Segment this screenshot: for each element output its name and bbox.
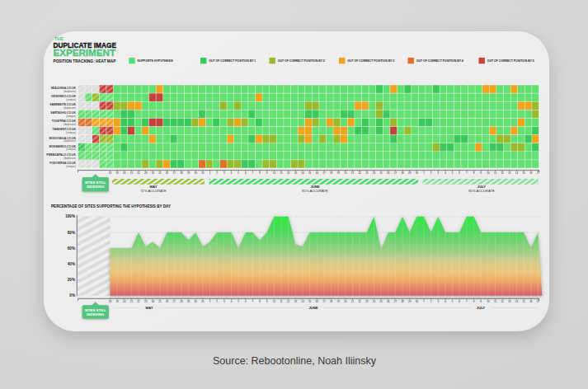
svg-text:80%: 80% bbox=[68, 231, 75, 235]
svg-text:14: 14 bbox=[515, 300, 519, 303]
svg-text:23: 23 bbox=[365, 300, 369, 303]
svg-text:14: 14 bbox=[301, 300, 304, 303]
svg-text:10: 10 bbox=[273, 300, 276, 303]
svg-text:28: 28 bbox=[180, 171, 183, 175]
svg-text:0%: 0% bbox=[69, 293, 75, 298]
svg-text:72% ACCURATE: 72% ACCURATE bbox=[140, 189, 167, 193]
svg-text:28: 28 bbox=[180, 300, 183, 303]
svg-text:20%: 20% bbox=[68, 278, 75, 282]
svg-text:10: 10 bbox=[487, 300, 490, 303]
svg-text:(duplicate): (duplicate) bbox=[64, 106, 76, 110]
svg-text:24: 24 bbox=[373, 300, 376, 303]
svg-text:19: 19 bbox=[337, 171, 341, 175]
svg-text:Source: Rebootonline, Noah Ili: Source: Rebootonline, Noah Iliinsky bbox=[213, 354, 376, 367]
svg-text:23: 23 bbox=[144, 300, 148, 303]
svg-text:24: 24 bbox=[152, 300, 155, 303]
svg-text:JULY: JULY bbox=[477, 306, 486, 310]
svg-text:27: 27 bbox=[173, 300, 176, 303]
svg-text:22: 22 bbox=[137, 171, 140, 175]
svg-text:24: 24 bbox=[373, 171, 376, 175]
svg-text:13: 13 bbox=[508, 300, 511, 303]
svg-text:27: 27 bbox=[394, 171, 397, 175]
svg-text:16: 16 bbox=[316, 171, 319, 175]
svg-text:40%: 40% bbox=[68, 262, 75, 266]
svg-text:29: 29 bbox=[187, 171, 191, 175]
svg-text:SUPPORTS HYPOTHESIS: SUPPORTS HYPOTHESIS bbox=[138, 59, 174, 63]
svg-text:60%: 60% bbox=[68, 246, 75, 251]
svg-text:PERCENTAGE OF SITES SUPPORTING: PERCENTAGE OF SITES SUPPORTING THE HYPOT… bbox=[51, 204, 171, 209]
svg-text:27: 27 bbox=[394, 300, 397, 303]
svg-text:10: 10 bbox=[273, 171, 276, 175]
svg-text:18: 18 bbox=[109, 300, 112, 303]
svg-text:15: 15 bbox=[308, 300, 312, 303]
svg-text:26: 26 bbox=[387, 171, 390, 175]
svg-text:12: 12 bbox=[287, 171, 290, 175]
svg-text:17: 17 bbox=[322, 300, 326, 303]
svg-text:20: 20 bbox=[344, 171, 347, 175]
svg-text:30: 30 bbox=[195, 171, 198, 175]
svg-text:OUT OF CORRECT POSITION BY 5: OUT OF CORRECT POSITION BY 5 bbox=[487, 59, 534, 63]
svg-text:(duplicate): (duplicate) bbox=[64, 139, 76, 143]
svg-text:25: 25 bbox=[158, 171, 162, 175]
svg-text:21: 21 bbox=[351, 171, 355, 175]
svg-text:23: 23 bbox=[365, 171, 369, 175]
svg-text:EXPERIMENT: EXPERIMENT bbox=[54, 48, 116, 58]
svg-text:SITES STILL: SITES STILL bbox=[85, 180, 106, 185]
svg-text:OUT OF CORRECT POSITION BY 2: OUT OF CORRECT POSITION BY 2 bbox=[278, 59, 325, 63]
svg-text:29: 29 bbox=[408, 171, 412, 175]
svg-text:17: 17 bbox=[322, 171, 326, 175]
svg-text:20: 20 bbox=[123, 300, 126, 303]
svg-text:22: 22 bbox=[358, 300, 361, 303]
svg-text:19: 19 bbox=[115, 300, 119, 303]
svg-text:21: 21 bbox=[351, 300, 355, 303]
svg-text:19: 19 bbox=[115, 171, 119, 175]
svg-text:20: 20 bbox=[344, 300, 347, 303]
svg-text:15: 15 bbox=[308, 171, 312, 175]
svg-text:19: 19 bbox=[337, 300, 341, 303]
svg-text:OUT OF CORRECT POSITION BY 4: OUT OF CORRECT POSITION BY 4 bbox=[416, 59, 464, 63]
svg-text:13: 13 bbox=[294, 171, 298, 175]
svg-text:26: 26 bbox=[387, 300, 390, 303]
svg-text:(duplicate): (duplicate) bbox=[64, 157, 76, 160]
svg-text:13: 13 bbox=[294, 300, 298, 303]
svg-text:30: 30 bbox=[195, 300, 198, 303]
svg-text:11: 11 bbox=[280, 171, 282, 175]
svg-text:13: 13 bbox=[508, 171, 511, 175]
svg-text:THE: THE bbox=[54, 36, 64, 41]
svg-text:14: 14 bbox=[301, 171, 304, 175]
svg-text:16: 16 bbox=[316, 300, 319, 303]
svg-text:SITES STILL: SITES STILL bbox=[85, 308, 106, 312]
svg-text:12: 12 bbox=[501, 171, 504, 175]
svg-text:21: 21 bbox=[130, 300, 134, 303]
svg-text:30: 30 bbox=[416, 300, 419, 303]
svg-text:15: 15 bbox=[522, 171, 525, 175]
svg-text:OUT OF CORRECT POSITION BY 3: OUT OF CORRECT POSITION BY 3 bbox=[347, 59, 394, 63]
svg-text:25: 25 bbox=[379, 300, 383, 303]
svg-text:11: 11 bbox=[494, 171, 496, 175]
svg-text:(unique): (unique) bbox=[66, 131, 76, 134]
svg-text:(unique): (unique) bbox=[66, 165, 76, 168]
svg-text:21: 21 bbox=[130, 171, 134, 175]
svg-text:31: 31 bbox=[201, 300, 205, 303]
svg-text:18: 18 bbox=[330, 171, 333, 175]
svg-text:(duplicate): (duplicate) bbox=[64, 123, 76, 126]
svg-text:INDEXING: INDEXING bbox=[87, 312, 105, 316]
svg-text:(duplicate): (duplicate) bbox=[64, 90, 76, 93]
svg-text:10: 10 bbox=[487, 171, 490, 175]
svg-text:OUT OF CORRECT POSITION BY 1: OUT OF CORRECT POSITION BY 1 bbox=[209, 59, 256, 63]
svg-text:28: 28 bbox=[401, 171, 404, 175]
svg-text:(unique): (unique) bbox=[66, 148, 76, 151]
svg-text:15: 15 bbox=[522, 300, 525, 303]
svg-text:MAY: MAY bbox=[146, 306, 153, 310]
svg-text:12: 12 bbox=[287, 300, 290, 303]
svg-text:18: 18 bbox=[330, 300, 333, 303]
svg-text:30: 30 bbox=[416, 171, 419, 175]
svg-text:11: 11 bbox=[280, 300, 282, 303]
svg-text:27: 27 bbox=[173, 171, 176, 175]
svg-text:20: 20 bbox=[123, 171, 126, 175]
svg-text:26: 26 bbox=[166, 300, 169, 303]
svg-text:16: 16 bbox=[529, 171, 533, 175]
svg-text:100%: 100% bbox=[65, 214, 75, 218]
svg-text:31: 31 bbox=[201, 171, 205, 175]
svg-text:12: 12 bbox=[501, 300, 504, 303]
